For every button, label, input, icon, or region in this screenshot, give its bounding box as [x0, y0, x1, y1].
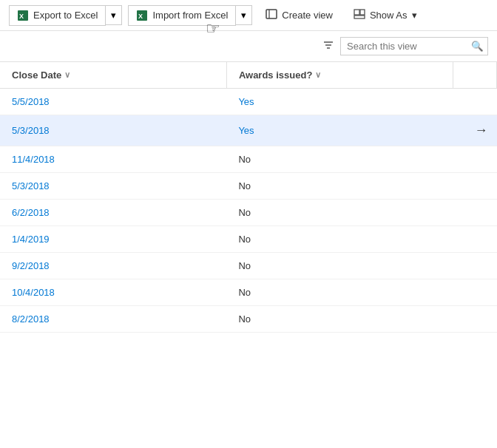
search-input[interactable]	[347, 41, 471, 52]
import-dropdown-button[interactable]: ▾	[236, 5, 252, 25]
cell-row-action	[453, 200, 497, 226]
create-view-label: Create view	[282, 10, 333, 21]
table-row[interactable]: 5/5/2018Yes	[0, 89, 497, 115]
svg-rect-6	[354, 10, 359, 15]
cell-awards-issued: No	[226, 226, 453, 253]
cell-awards-issued: Yes	[226, 115, 453, 146]
search-box: 🔍	[340, 37, 488, 55]
cell-awards-issued: No	[226, 306, 453, 333]
filter-icon[interactable]	[322, 39, 334, 53]
col-header-action	[453, 62, 497, 89]
table-row[interactable]: 1/4/2019No	[0, 226, 497, 253]
cell-awards-issued: No	[226, 279, 453, 306]
close-date-header-label: Close Date	[12, 69, 61, 81]
cell-close-date: 10/4/2018	[0, 279, 226, 306]
cell-close-date: 9/2/2018	[0, 253, 226, 279]
toolbar: X Export to Excel ▾ X Import from Excel	[0, 0, 497, 31]
cell-awards-issued: No	[226, 253, 453, 279]
close-date-sort-icon: ∨	[64, 70, 70, 80]
cell-close-date: 5/5/2018	[0, 89, 226, 115]
table-row[interactable]: 6/2/2018No	[0, 200, 497, 226]
awards-sort-icon: ∨	[315, 70, 321, 80]
cell-row-action	[453, 173, 497, 200]
show-as-label: Show As	[370, 10, 408, 21]
table-header-row: Close Date ∨ Awards issued? ∨	[0, 62, 497, 89]
col-header-awards-issued[interactable]: Awards issued? ∨	[226, 62, 453, 89]
cell-row-action	[453, 306, 497, 333]
export-to-excel-button[interactable]: X Export to Excel	[9, 5, 106, 26]
cell-close-date: 5/3/2018	[0, 173, 226, 200]
export-label: Export to Excel	[33, 10, 98, 21]
cell-close-date: 6/2/2018	[0, 200, 226, 226]
excel-import-icon: X	[136, 10, 148, 21]
export-chevron-icon: ▾	[111, 10, 116, 21]
export-dropdown-button[interactable]: ▾	[106, 5, 122, 25]
data-table: Close Date ∨ Awards issued? ∨ 5/5/2018Ye…	[0, 62, 497, 333]
create-view-icon	[266, 8, 277, 22]
row-arrow-icon[interactable]: →	[475, 123, 488, 138]
import-from-excel-button[interactable]: X Import from Excel	[128, 5, 236, 26]
svg-rect-4	[266, 10, 277, 18]
import-btn-group: X Import from Excel ▾	[128, 5, 252, 26]
cell-row-action	[453, 146, 497, 173]
col-header-close-date[interactable]: Close Date ∨	[0, 62, 226, 89]
import-label: Import from Excel	[152, 10, 228, 21]
cell-row-action	[453, 253, 497, 279]
cell-awards-issued: Yes	[226, 89, 453, 115]
cell-row-action: →	[453, 115, 497, 146]
table-row[interactable]: 11/4/2018No	[0, 146, 497, 173]
excel-export-icon: X	[17, 10, 29, 21]
svg-rect-7	[360, 10, 365, 15]
show-as-button[interactable]: Show As ▾	[346, 4, 425, 26]
cell-row-action	[453, 89, 497, 115]
show-as-icon	[354, 8, 365, 22]
cell-awards-issued: No	[226, 200, 453, 226]
awards-issued-header-label: Awards issued?	[239, 69, 312, 81]
cell-row-action	[453, 279, 497, 306]
table-row[interactable]: 5/3/2018No	[0, 173, 497, 200]
svg-text:X: X	[19, 13, 24, 20]
table-row[interactable]: 5/3/2018Yes→	[0, 115, 497, 146]
cell-awards-issued: No	[226, 146, 453, 173]
table-row[interactable]: 10/4/2018No	[0, 279, 497, 306]
table-row[interactable]: 9/2/2018No	[0, 253, 497, 279]
search-icon: 🔍	[471, 41, 484, 52]
search-bar-row: 🔍	[0, 31, 497, 62]
export-btn-group: X Export to Excel ▾	[9, 5, 122, 26]
cell-close-date: 1/4/2019	[0, 226, 226, 253]
search-submit-button[interactable]: 🔍	[471, 41, 484, 52]
cell-awards-issued: No	[226, 173, 453, 200]
table-row[interactable]: 8/2/2018No	[0, 306, 497, 333]
create-view-button[interactable]: Create view	[258, 4, 340, 26]
cell-close-date: 8/2/2018	[0, 306, 226, 333]
cell-row-action	[453, 226, 497, 253]
import-chevron-icon: ▾	[241, 10, 246, 21]
svg-rect-8	[354, 16, 365, 18]
cell-close-date: 5/3/2018	[0, 115, 226, 146]
show-as-chevron-icon: ▾	[412, 10, 417, 21]
cell-close-date: 11/4/2018	[0, 146, 226, 173]
svg-text:X: X	[138, 13, 143, 20]
